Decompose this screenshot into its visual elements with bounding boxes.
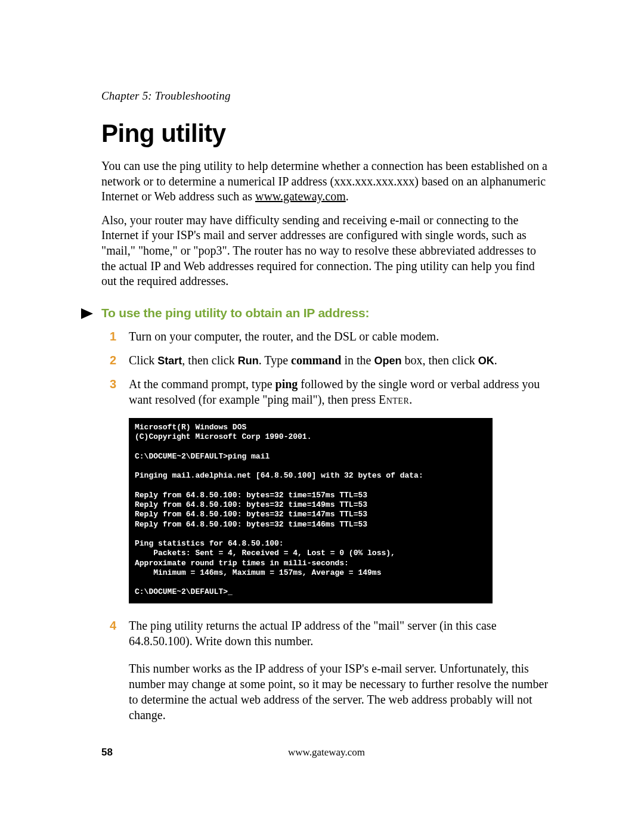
- ui-label-ok: OK: [478, 355, 494, 367]
- step-2-e: box, then click: [401, 354, 478, 367]
- term-line: Packets: Sent = 4, Received = 4, Lost = …: [135, 549, 395, 558]
- step-3-c: .: [409, 393, 412, 406]
- step-2-b: , then click: [182, 354, 237, 367]
- term-line: Reply from 64.8.50.100: bytes=32 time=14…: [135, 520, 367, 529]
- svg-marker-0: [81, 308, 93, 319]
- document-page: Chapter 5: Troubleshooting Ping utility …: [0, 0, 644, 833]
- step-number: 4: [110, 618, 116, 633]
- step-number: 1: [110, 329, 116, 344]
- step-2: 2 Click Start, then click Run. Type comm…: [101, 352, 552, 368]
- footer-url: www.gateway.com: [288, 747, 365, 758]
- intro-p1-suffix: .: [346, 190, 349, 203]
- step-2-f: .: [494, 354, 497, 367]
- intro-paragraph-1: You can use the ping utility to help det…: [101, 159, 552, 205]
- step-4: 4 The ping utility returns the actual IP…: [101, 618, 552, 649]
- subheading-text: To use the ping utility to obtain an IP …: [101, 306, 369, 320]
- step-2-c: . Type: [259, 354, 291, 367]
- intro-paragraph-2: Also, your router may have difficulty se…: [101, 213, 552, 289]
- step-number: 2: [110, 352, 116, 368]
- term-line: Microsoft(R) Windows DOS: [135, 423, 246, 432]
- arrow-icon: [80, 307, 95, 320]
- keyboard-enter: Enter: [379, 393, 409, 406]
- term-line: Reply from 64.8.50.100: bytes=32 time=14…: [135, 510, 367, 519]
- term-line: C:\DOCUME~2\DEFAULT>_: [135, 587, 233, 596]
- step-4-followup: This number works as the IP address of y…: [129, 661, 552, 723]
- typed-command: command: [291, 354, 341, 367]
- term-line: C:\DOCUME~2\DEFAULT>ping mail: [135, 452, 270, 461]
- intro-link[interactable]: www.gateway.com: [255, 190, 346, 203]
- step-list-continued: 4 The ping utility returns the actual IP…: [101, 618, 552, 649]
- chapter-header: Chapter 5: Troubleshooting: [101, 89, 552, 103]
- typed-ping: ping: [275, 377, 298, 391]
- step-2-a: Click: [129, 354, 157, 367]
- term-line: Ping statistics for 64.8.50.100:: [135, 539, 284, 548]
- term-line: (C)Copyright Microsoft Corp 1990-2001.: [135, 432, 311, 441]
- term-line: Pinging mail.adelphia.net [64.8.50.100] …: [135, 471, 423, 480]
- step-1-text: Turn on your computer, the router, and t…: [129, 330, 439, 343]
- ui-label-open: Open: [374, 355, 401, 367]
- terminal-screenshot: Microsoft(R) Windows DOS (C)Copyright Mi…: [129, 418, 493, 603]
- step-2-d: in the: [341, 354, 374, 367]
- step-list: 1 Turn on your computer, the router, and…: [101, 329, 552, 407]
- term-line: Minimum = 146ms, Maximum = 157ms, Averag…: [135, 568, 381, 577]
- step-4-text: The ping utility returns the actual IP a…: [129, 619, 497, 648]
- step-number: 3: [110, 376, 116, 392]
- step-3-a: At the command prompt, type: [129, 377, 275, 391]
- page-title: Ping utility: [101, 119, 552, 148]
- ui-label-run: Run: [238, 355, 259, 367]
- page-number: 58: [101, 747, 113, 758]
- term-line: Reply from 64.8.50.100: bytes=32 time=14…: [135, 500, 367, 509]
- ui-label-start: Start: [157, 355, 182, 367]
- subheading-wrap: To use the ping utility to obtain an IP …: [101, 306, 552, 320]
- term-line: Reply from 64.8.50.100: bytes=32 time=15…: [135, 491, 367, 500]
- step-3: 3 At the command prompt, type ping follo…: [101, 376, 552, 407]
- term-line: Approximate round trip times in milli-se…: [135, 559, 349, 568]
- step-1: 1 Turn on your computer, the router, and…: [101, 329, 552, 344]
